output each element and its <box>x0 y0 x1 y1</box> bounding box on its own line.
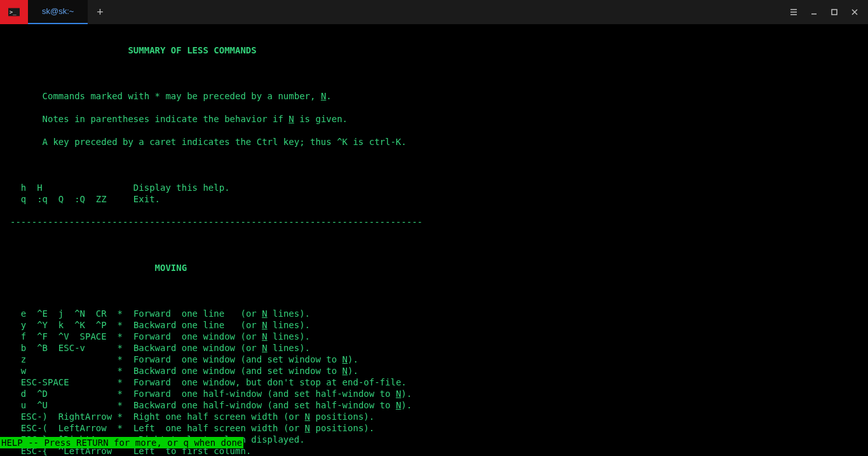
summary-title: SUMMARY OF LESS COMMANDS <box>128 45 256 55</box>
n-placeholder: N <box>396 389 401 399</box>
intro-line-1b: . <box>326 91 331 101</box>
terminal-output: SUMMARY OF LESS COMMANDS Commands marked… <box>0 24 868 456</box>
command-row: b ^B ESC-v * Backward one window (or N l… <box>10 342 858 354</box>
command-row: z * Forward one window (and set window t… <box>10 354 858 365</box>
command-row: ESC-) RightArrow * Right one half screen… <box>10 411 858 422</box>
n-placeholder: N <box>305 423 310 433</box>
app-icon: >_ <box>0 0 28 24</box>
n-placeholder: N <box>262 343 267 353</box>
intro-line-2b: is given. <box>294 114 348 124</box>
command-row: q :q Q :Q ZZ Exit. <box>10 193 858 205</box>
close-button[interactable] <box>845 3 864 22</box>
command-row: f ^F ^V SPACE * Forward one window (or N… <box>10 331 858 342</box>
hamburger-menu-button[interactable] <box>784 3 803 22</box>
command-row: u ^U * Backward one half-window (and set… <box>10 399 858 411</box>
command-row: d ^D * Forward one half-window (and set … <box>10 388 858 399</box>
moving-title: MOVING <box>155 263 187 273</box>
moving-commands: e ^E j ^N CR * Forward one line (or N li… <box>10 308 858 456</box>
tab-label: sk@sk:~ <box>42 6 74 17</box>
command-row: ESC-SPACE * Forward one window, but don'… <box>10 377 858 388</box>
command-row: h H Display this help. <box>10 182 858 193</box>
n-placeholder: N <box>342 366 348 376</box>
command-row: ESC-( LeftArrow * Left one half screen w… <box>10 422 858 434</box>
n-placeholder: N <box>396 400 401 410</box>
status-text: HELP -- Press RETURN for more, or q when… <box>1 438 242 448</box>
n-placeholder: N <box>342 354 348 364</box>
intro-line-2a: Notes in parentheses indicate the behavi… <box>43 114 289 124</box>
n-placeholder: N <box>262 331 267 342</box>
intro-line-1a: Commands marked with * may be preceded b… <box>43 91 321 101</box>
n-placeholder: N <box>262 320 267 330</box>
svg-rect-6 <box>832 10 837 15</box>
command-row: y ^Y k ^K ^P * Backward one line (or N l… <box>10 319 858 331</box>
window-titlebar: >_ sk@sk:~ + <box>0 0 868 24</box>
intro-line-3: A key preceded by a caret indicates the … <box>43 137 407 147</box>
n-placeholder: N <box>305 411 310 422</box>
svg-text:>_: >_ <box>10 9 17 15</box>
minimize-button[interactable] <box>804 3 824 22</box>
maximize-button[interactable] <box>825 3 844 22</box>
tab-active[interactable]: sk@sk:~ <box>28 0 88 24</box>
new-tab-button[interactable]: + <box>88 0 112 24</box>
intro-n-2: N <box>288 114 294 124</box>
command-row: e ^E j ^N CR * Forward one line (or N li… <box>10 308 858 319</box>
status-line[interactable]: HELP -- Press RETURN for more, or q when… <box>0 437 243 448</box>
basic-commands: h H Display this help. q :q Q :Q ZZ Exit… <box>10 182 858 205</box>
rule-line: ----------------------------------------… <box>10 216 858 228</box>
n-placeholder: N <box>262 308 267 319</box>
command-row: w * Backward one window (and set window … <box>10 365 858 377</box>
plus-icon: + <box>97 6 104 18</box>
